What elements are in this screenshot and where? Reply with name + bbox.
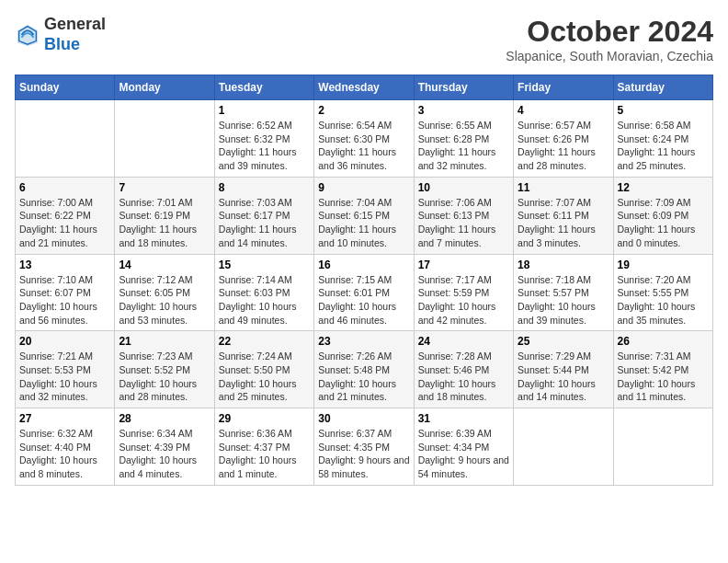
day-number: 26 (618, 335, 709, 348)
calendar-cell: 26Sunrise: 7:31 AMSunset: 5:42 PMDayligh… (613, 331, 712, 408)
day-number: 28 (119, 412, 210, 425)
day-number: 3 (418, 104, 509, 117)
calendar-cell: 13Sunrise: 7:10 AMSunset: 6:07 PMDayligh… (16, 254, 115, 331)
day-info: Sunrise: 6:32 AMSunset: 4:40 PMDaylight:… (19, 427, 110, 481)
day-number: 11 (518, 181, 609, 194)
day-number: 5 (618, 104, 709, 117)
calendar-cell: 14Sunrise: 7:12 AMSunset: 6:05 PMDayligh… (115, 254, 214, 331)
week-row-1: 1Sunrise: 6:52 AMSunset: 6:32 PMDaylight… (16, 100, 713, 178)
day-info: Sunrise: 6:58 AMSunset: 6:24 PMDaylight:… (618, 119, 709, 173)
calendar-cell: 27Sunrise: 6:32 AMSunset: 4:40 PMDayligh… (16, 408, 115, 486)
day-info: Sunrise: 7:28 AMSunset: 5:46 PMDaylight:… (418, 350, 509, 404)
calendar-cell: 21Sunrise: 7:23 AMSunset: 5:52 PMDayligh… (115, 331, 214, 408)
day-number: 21 (119, 335, 210, 348)
day-info: Sunrise: 6:55 AMSunset: 6:28 PMDaylight:… (418, 119, 509, 173)
day-info: Sunrise: 7:04 AMSunset: 6:15 PMDaylight:… (318, 196, 409, 250)
day-info: Sunrise: 7:26 AMSunset: 5:48 PMDaylight:… (318, 350, 409, 404)
page-header: General Blue October 2024 Slapanice, Sou… (15, 15, 713, 63)
calendar-cell: 31Sunrise: 6:39 AMSunset: 4:34 PMDayligh… (414, 408, 513, 486)
day-info: Sunrise: 7:23 AMSunset: 5:52 PMDaylight:… (119, 350, 210, 404)
week-row-4: 20Sunrise: 7:21 AMSunset: 5:53 PMDayligh… (16, 331, 713, 408)
day-info: Sunrise: 6:52 AMSunset: 6:32 PMDaylight:… (219, 119, 310, 173)
day-info: Sunrise: 7:03 AMSunset: 6:17 PMDaylight:… (219, 196, 310, 250)
day-number: 29 (219, 412, 310, 425)
calendar-cell: 4Sunrise: 6:57 AMSunset: 6:26 PMDaylight… (514, 100, 613, 178)
calendar-cell: 6Sunrise: 7:00 AMSunset: 6:22 PMDaylight… (16, 177, 115, 254)
day-number: 16 (318, 259, 409, 271)
calendar-cell: 7Sunrise: 7:01 AMSunset: 6:19 PMDaylight… (115, 177, 214, 254)
calendar-cell: 1Sunrise: 6:52 AMSunset: 6:32 PMDaylight… (214, 100, 313, 178)
calendar-cell: 18Sunrise: 7:18 AMSunset: 5:57 PMDayligh… (514, 254, 613, 331)
weekday-header-row: SundayMondayTuesdayWednesdayThursdayFrid… (16, 75, 713, 100)
calendar-cell: 23Sunrise: 7:26 AMSunset: 5:48 PMDayligh… (314, 331, 414, 408)
weekday-header-thursday: Thursday (414, 75, 513, 100)
calendar-cell: 20Sunrise: 7:21 AMSunset: 5:53 PMDayligh… (16, 331, 115, 408)
calendar-cell: 30Sunrise: 6:37 AMSunset: 4:35 PMDayligh… (314, 408, 414, 486)
day-number: 12 (618, 181, 709, 194)
day-number: 6 (19, 181, 110, 194)
day-number: 24 (418, 335, 509, 348)
calendar-cell: 9Sunrise: 7:04 AMSunset: 6:15 PMDaylight… (314, 177, 414, 254)
day-info: Sunrise: 6:34 AMSunset: 4:39 PMDaylight:… (119, 427, 210, 481)
calendar-cell: 11Sunrise: 7:07 AMSunset: 6:11 PMDayligh… (514, 177, 613, 254)
calendar-cell: 19Sunrise: 7:20 AMSunset: 5:55 PMDayligh… (613, 254, 712, 331)
day-number: 31 (418, 412, 509, 425)
week-row-5: 27Sunrise: 6:32 AMSunset: 4:40 PMDayligh… (16, 408, 713, 486)
day-number: 13 (19, 259, 110, 271)
day-info: Sunrise: 6:54 AMSunset: 6:30 PMDaylight:… (318, 119, 409, 173)
calendar-table: SundayMondayTuesdayWednesdayThursdayFrid… (15, 75, 713, 486)
day-number: 30 (318, 412, 409, 425)
day-number: 27 (19, 412, 110, 425)
day-number: 22 (219, 335, 310, 348)
calendar-cell: 22Sunrise: 7:24 AMSunset: 5:50 PMDayligh… (214, 331, 313, 408)
calendar-cell: 15Sunrise: 7:14 AMSunset: 6:03 PMDayligh… (214, 254, 313, 331)
weekday-header-monday: Monday (115, 75, 214, 100)
day-info: Sunrise: 7:20 AMSunset: 5:55 PMDaylight:… (618, 273, 709, 327)
day-info: Sunrise: 7:24 AMSunset: 5:50 PMDaylight:… (219, 350, 310, 404)
day-number: 2 (318, 104, 409, 117)
day-info: Sunrise: 6:57 AMSunset: 6:26 PMDaylight:… (518, 119, 609, 173)
week-row-3: 13Sunrise: 7:10 AMSunset: 6:07 PMDayligh… (16, 254, 713, 331)
day-number: 9 (318, 181, 409, 194)
day-number: 10 (418, 181, 509, 194)
svg-marker-0 (17, 24, 38, 45)
calendar-cell: 12Sunrise: 7:09 AMSunset: 6:09 PMDayligh… (613, 177, 712, 254)
day-info: Sunrise: 7:15 AMSunset: 6:01 PMDaylight:… (318, 273, 409, 327)
month-title: October 2024 (506, 15, 713, 49)
location-subtitle: Slapanice, South Moravian, Czechia (506, 49, 713, 63)
day-info: Sunrise: 7:06 AMSunset: 6:13 PMDaylight:… (418, 196, 509, 250)
day-info: Sunrise: 7:12 AMSunset: 6:05 PMDaylight:… (119, 273, 210, 327)
day-info: Sunrise: 7:01 AMSunset: 6:19 PMDaylight:… (119, 196, 210, 250)
logo-blue-text: Blue (44, 35, 80, 53)
day-info: Sunrise: 7:18 AMSunset: 5:57 PMDaylight:… (518, 273, 609, 327)
day-info: Sunrise: 7:09 AMSunset: 6:09 PMDaylight:… (618, 196, 709, 250)
day-number: 4 (518, 104, 609, 117)
calendar-cell: 5Sunrise: 6:58 AMSunset: 6:24 PMDaylight… (613, 100, 712, 178)
day-info: Sunrise: 7:29 AMSunset: 5:44 PMDaylight:… (518, 350, 609, 404)
day-info: Sunrise: 6:36 AMSunset: 4:37 PMDaylight:… (219, 427, 310, 481)
day-number: 15 (219, 259, 310, 271)
weekday-header-sunday: Sunday (16, 75, 115, 100)
weekday-header-friday: Friday (514, 75, 613, 100)
weekday-header-saturday: Saturday (613, 75, 712, 100)
day-number: 14 (119, 259, 210, 271)
day-info: Sunrise: 7:14 AMSunset: 6:03 PMDaylight:… (219, 273, 310, 327)
calendar-cell (613, 408, 712, 486)
day-number: 19 (618, 259, 709, 271)
day-number: 7 (119, 181, 210, 194)
day-info: Sunrise: 6:39 AMSunset: 4:34 PMDaylight:… (418, 427, 509, 481)
calendar-cell: 10Sunrise: 7:06 AMSunset: 6:13 PMDayligh… (414, 177, 513, 254)
day-number: 25 (518, 335, 609, 348)
day-number: 1 (219, 104, 310, 117)
day-number: 18 (518, 259, 609, 271)
day-info: Sunrise: 7:00 AMSunset: 6:22 PMDaylight:… (19, 196, 110, 250)
day-info: Sunrise: 7:31 AMSunset: 5:42 PMDaylight:… (618, 350, 709, 404)
day-info: Sunrise: 6:37 AMSunset: 4:35 PMDaylight:… (318, 427, 409, 481)
day-info: Sunrise: 7:10 AMSunset: 6:07 PMDaylight:… (19, 273, 110, 327)
day-info: Sunrise: 7:07 AMSunset: 6:11 PMDaylight:… (518, 196, 609, 250)
calendar-cell (115, 100, 214, 178)
logo-icon (15, 22, 40, 48)
week-row-2: 6Sunrise: 7:00 AMSunset: 6:22 PMDaylight… (16, 177, 713, 254)
calendar-cell: 17Sunrise: 7:17 AMSunset: 5:59 PMDayligh… (414, 254, 513, 331)
calendar-cell: 24Sunrise: 7:28 AMSunset: 5:46 PMDayligh… (414, 331, 513, 408)
